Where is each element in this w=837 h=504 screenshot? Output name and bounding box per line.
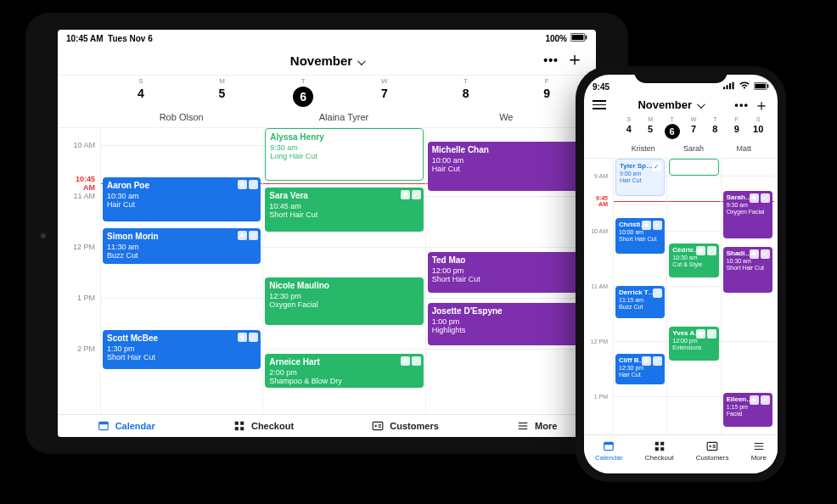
calendar-event[interactable]: ✚✓Aaron Poe10:30 amHair Cut [103,177,261,221]
menu-button[interactable] [593,100,606,109]
event-time: 1:30 pm [107,344,256,353]
day-column[interactable]: M5 [639,116,660,139]
event-time: 12:30 pm [619,365,661,372]
svg-rect-22 [767,84,768,87]
day-column[interactable]: T8 [705,116,726,139]
day-column[interactable]: T6 [262,77,344,107]
tab-checkout[interactable]: Checkout [233,420,294,432]
event-time: 10:30 am [107,192,256,200]
calendar-event[interactable]: ✓Tyler Sp…9:00 amHair Cut [615,159,665,196]
resource-column-header[interactable]: We [425,112,587,122]
calendar-event[interactable]: ✚✓Arneice Hart2:00 pmShampoo & Blow Dry [265,354,423,388]
day-number: 8 [705,124,726,134]
tab-more[interactable]: More [751,440,767,462]
calendar-event[interactable]: ✚✓Eileen…1:15 pmFacial [723,393,772,427]
calendar-event[interactable]: ✚✓Cédric…10:30 amCut & Style [669,244,718,277]
tab-label: Customers [390,421,438,431]
tab-label: Checkout [645,454,674,462]
more-menu-button[interactable]: ••• [543,53,559,67]
day-column[interactable]: W7 [344,77,425,107]
iphone-screen: 9:45 November ••• ＋ S4M5T6W7T8F9S10 Kris… [584,75,778,473]
calendar-event[interactable]: Michelle Chan10:00 amHair Cut [428,142,586,191]
hour-label: 10 AM [591,228,608,234]
phone-week-row: S4M5T6W7T8F9S10 [584,115,778,143]
hour-label: 1 PM [594,394,608,400]
tab-label: More [535,421,557,431]
resource-column-header[interactable]: Sarah [668,144,718,153]
time-gutter: 9 AM10 AM11 AM12 PM1 PM9:45 AM [587,159,613,434]
tab-calendar[interactable]: Calendar [97,420,155,432]
event-time: 9:00 am [620,171,660,177]
calendar-event[interactable]: ✚✓Yves A…12:00 pmExtensions [669,327,718,361]
tab-calendar[interactable]: Calendar [595,440,622,462]
hour-label: 11 AM [591,283,608,289]
calendar-event[interactable]: ?Derrick T…11:15 amBuzz Cut [615,286,665,318]
event-status-icons: ✚✓ [401,190,421,199]
day-column[interactable]: S4 [618,116,639,139]
tab-checkout[interactable]: Checkout [645,440,674,462]
calendar-lane: ✚✓Cédric…10:30 amCut & Style✚✓Yves A…12:… [666,159,720,434]
hour-label: 12 PM [591,339,608,344]
tab-customers[interactable]: Customers [371,420,438,432]
calendar-event[interactable]: ✚✓Sara Vera10:45 amShort Hair Cut [265,188,423,232]
calendar-event[interactable]: ✚✓Scott McBee1:30 pmShort Hair Cut [103,330,261,369]
day-number: 8 [425,87,507,100]
event-service: Short Hair Cut [619,236,661,243]
svg-rect-8 [240,427,244,430]
phone-grid: 9 AM10 AM11 AM12 PM1 PM9:45 AM ✓Tyler Sp… [584,159,778,434]
day-column[interactable]: W7 [683,116,704,139]
calendar-event[interactable]: Alyssa Henry9:30 amLong Hair Cut [265,128,423,181]
event-customer-name: Nicole Maulino [269,281,418,291]
add-icon: ✚ [401,356,410,366]
calendar-event[interactable]: ✚✓Cliff B…12:30 pmHair Cut [615,354,665,384]
calendar-event[interactable]: ✚✓Simon Morin11:30 amBuzz Cut [103,228,261,264]
ipad-status-bar: 10:45 AM Tues Nov 6 100% [58,30,596,47]
resource-column-header[interactable]: Matt [719,144,769,153]
checkout-icon [233,420,246,432]
month-picker[interactable]: November [290,53,363,68]
event-service: Hair Cut [107,200,256,209]
calendar-lane: ✚✓Aaron Poe10:30 amHair Cut✚✓Simon Morin… [100,128,262,414]
check-icon: ✓ [412,356,421,366]
day-column[interactable]: F9 [726,116,747,139]
day-column[interactable]: S4 [100,77,182,107]
calendar-event[interactable]: ✚✓Sarah…9:30 amOxygen Facial [723,191,772,238]
more-menu-button[interactable]: ••• [734,98,749,111]
ipad-resource-row: Rob OlsonAlaina TyrerWe [58,110,596,128]
calendar-icon [97,420,110,432]
svg-rect-25 [654,442,658,445]
add-event-button[interactable]: ＋ [565,53,584,65]
day-column[interactable]: S10 [748,116,769,139]
ipad-grid: 10 AM11 AM12 PM1 PM2 PM10:45 AM ✚✓Aaron … [58,128,596,414]
svg-rect-21 [755,83,765,88]
day-column[interactable]: T6 [661,116,683,139]
day-number: 5 [639,124,660,134]
phone-header: November ••• ＋ [584,95,778,115]
add-icon: ✚ [238,333,247,342]
tab-customers[interactable]: Customers [696,440,729,462]
calendar-event[interactable]: Ted Mao12:00 pmShort Hair Cut [428,252,586,293]
calendar-event[interactable]: ✚✓Christi…10:00 amShort Hair Cut [615,218,665,254]
day-column[interactable]: T8 [425,77,507,107]
day-column[interactable]: M5 [182,77,263,107]
calendar-event[interactable] [669,159,718,176]
calendar-event[interactable]: ✚✓Shadi…10:30 amShort Hair Cut [723,247,772,293]
resource-column-header[interactable]: Kristen [618,144,668,153]
svg-point-30 [710,445,711,447]
event-time: 12:00 pm [432,266,581,275]
calendar-event[interactable]: Josette D'Espyne1:00 pmHighlights [428,303,586,345]
event-service: Shampoo & Blow Dry [269,377,418,385]
event-service: Short Hair Cut [269,210,418,219]
day-number: 7 [683,124,704,134]
check-icon: ✓ [249,180,258,189]
calendar-event[interactable]: Nicole Maulino12:30 pmOxygen Facial [265,277,423,325]
event-time: 12:00 pm [672,338,715,344]
resource-column-header[interactable]: Rob Olson [100,112,262,122]
event-service: Buzz Cut [107,251,256,260]
month-picker[interactable]: November [638,98,703,111]
add-event-button[interactable]: ＋ [754,99,769,111]
resource-column-header[interactable]: Alaina Tyrer [262,112,424,122]
event-service: Extensions [672,344,715,351]
day-number: 6 [293,87,313,107]
tab-more[interactable]: More [516,420,557,432]
